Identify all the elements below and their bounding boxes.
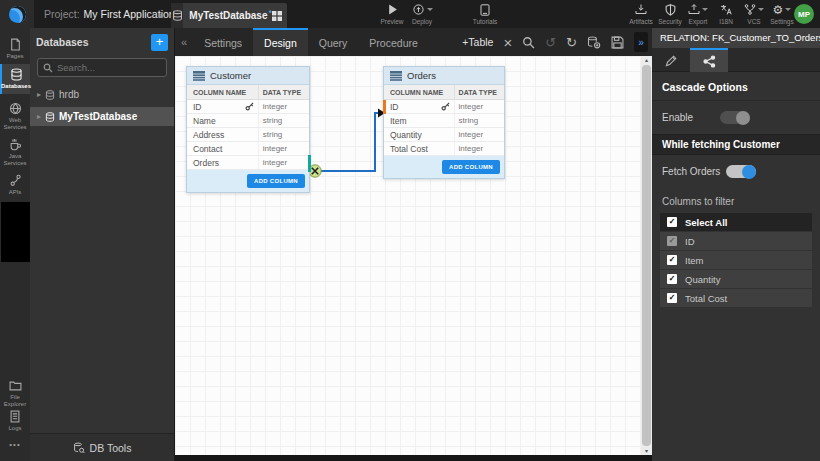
checkbox-checked-icon[interactable]: ✓ bbox=[667, 274, 677, 284]
primary-key-icon bbox=[245, 102, 254, 111]
chevron-down-icon bbox=[785, 8, 791, 11]
table-row[interactable]: Quantity integer bbox=[384, 128, 504, 142]
scroll-up-icon[interactable]: ▴ bbox=[641, 56, 652, 64]
tab-mytestdatabase[interactable]: MyTestDatabase * bbox=[171, 3, 287, 28]
table-row[interactable]: Name string bbox=[187, 114, 309, 128]
pencil-icon bbox=[665, 55, 677, 67]
add-column-button[interactable]: ADD COLUMN bbox=[442, 160, 500, 174]
panel-title: Databases bbox=[36, 36, 89, 48]
table-orders[interactable]: Orders COLUMN NAME DATA TYPE ID integer … bbox=[383, 66, 505, 179]
wavemaker-logo-icon bbox=[9, 6, 26, 23]
relation-source-marker bbox=[308, 155, 311, 172]
tab-relation[interactable] bbox=[690, 48, 728, 72]
sidebar-item-apis[interactable]: APIs bbox=[0, 170, 30, 196]
tab-edit-column[interactable] bbox=[652, 48, 690, 72]
filter-row-total-cost[interactable]: ✓ Total Cost bbox=[660, 289, 812, 307]
toggle-knob bbox=[742, 165, 756, 179]
database-icon bbox=[45, 90, 55, 100]
chevron-down-icon bbox=[702, 8, 708, 11]
table-orders-header[interactable]: Orders bbox=[384, 67, 504, 85]
relation-title: RELATION: FK_Customer_TO_Orders_O... bbox=[652, 28, 820, 48]
filter-row-id[interactable]: ✓ ID bbox=[660, 232, 812, 250]
undo-icon[interactable]: ↺ bbox=[545, 36, 556, 49]
tab-settings[interactable]: Settings bbox=[193, 28, 253, 56]
export-db-icon[interactable] bbox=[587, 36, 601, 49]
filter-row-select-all[interactable]: ✓ Select All bbox=[660, 213, 812, 231]
cascade-options-header: Cascade Options bbox=[652, 72, 820, 101]
sidebar-item-databases[interactable]: Databases bbox=[0, 64, 30, 94]
design-canvas[interactable]: Customer COLUMN NAME DATA TYPE ID intege… bbox=[175, 56, 652, 461]
filter-row-item[interactable]: ✓ Item bbox=[660, 251, 812, 269]
table-customer-header[interactable]: Customer bbox=[187, 67, 309, 85]
table-row[interactable]: Orders integer bbox=[187, 156, 309, 170]
breadcrumb: Project: My First Application bbox=[44, 0, 175, 28]
sidebar-placeholder-box bbox=[1, 202, 30, 262]
sidebar-item-file-explorer[interactable]: File Explorer bbox=[0, 376, 30, 408]
add-database-button[interactable]: + bbox=[151, 34, 168, 51]
table-row[interactable]: ID integer bbox=[384, 100, 504, 114]
vertical-scrollbar[interactable]: ▴ ▾ bbox=[641, 56, 652, 455]
chevron-down-icon bbox=[758, 8, 764, 11]
checkbox-disabled-icon: ✓ bbox=[667, 236, 677, 246]
tab-design[interactable]: Design bbox=[253, 28, 308, 56]
tree-caret-icon[interactable]: ▸ bbox=[37, 112, 41, 121]
expand-panel-button[interactable]: » bbox=[634, 32, 648, 52]
while-fetching-header: While fetching Customer bbox=[652, 134, 820, 155]
tree-caret-icon[interactable]: ▸ bbox=[37, 90, 41, 99]
sidebar-item-logs[interactable]: Logs bbox=[0, 406, 30, 432]
table-row[interactable]: ID integer bbox=[187, 100, 309, 114]
table-row[interactable]: Address string bbox=[187, 128, 309, 142]
checkbox-checked-icon[interactable]: ✓ bbox=[667, 217, 677, 227]
search-input[interactable] bbox=[57, 62, 157, 73]
column-headers: COLUMN NAME DATA TYPE bbox=[187, 85, 309, 100]
db-tools-icon bbox=[73, 442, 85, 454]
checkbox-checked-icon[interactable]: ✓ bbox=[667, 255, 677, 265]
redo-icon[interactable]: ↻ bbox=[566, 36, 577, 49]
add-column-button[interactable]: ADD COLUMN bbox=[247, 174, 305, 188]
project-label: Project: bbox=[44, 8, 80, 20]
fetch-orders-toggle[interactable] bbox=[726, 165, 756, 178]
app-logo[interactable] bbox=[0, 0, 34, 28]
sidebar-item-java-services[interactable]: Java Services bbox=[0, 134, 30, 167]
table-footer: ADD COLUMN bbox=[384, 156, 504, 178]
enable-toggle[interactable] bbox=[720, 111, 750, 124]
tab-query[interactable]: Query bbox=[308, 28, 359, 56]
db-tab-name: MyTestDatabase bbox=[189, 10, 267, 21]
table-row[interactable]: Item string bbox=[384, 114, 504, 128]
api-connector-icon bbox=[9, 174, 22, 187]
db-tools-button[interactable]: DB Tools bbox=[30, 433, 174, 461]
table-customer[interactable]: Customer COLUMN NAME DATA TYPE ID intege… bbox=[186, 66, 310, 193]
scroll-down-icon[interactable]: ▾ bbox=[641, 447, 652, 455]
tab-procedure[interactable]: Procedure bbox=[358, 28, 428, 56]
table-row[interactable]: Contact integer bbox=[187, 142, 309, 156]
gear-icon: ⚙ bbox=[773, 4, 784, 16]
designer-toolbar: « Settings Design Query Procedure +Table… bbox=[175, 28, 652, 56]
play-icon bbox=[387, 3, 398, 16]
log-file-icon bbox=[9, 410, 21, 423]
table-row[interactable]: Total Cost integer bbox=[384, 142, 504, 156]
close-icon[interactable]: × bbox=[503, 36, 512, 49]
add-table-button[interactable]: +Table bbox=[462, 36, 493, 48]
folder-icon bbox=[9, 380, 22, 392]
zoom-search-icon[interactable] bbox=[522, 36, 535, 49]
tree-item-hrdb[interactable]: ▸ hrdb bbox=[30, 85, 174, 104]
collapse-panel-button[interactable]: « bbox=[175, 36, 193, 48]
deploy-button[interactable]: Deploy bbox=[405, 3, 439, 25]
chevron-down-icon bbox=[427, 8, 433, 11]
avatar[interactable]: MP bbox=[794, 4, 814, 24]
upload-icon bbox=[688, 4, 700, 15]
sidebar-item-web-services[interactable]: Web Services bbox=[0, 98, 30, 131]
tree-item-mytestdatabase[interactable]: ▸ MyTestDatabase bbox=[30, 107, 174, 126]
sidebar-item-pages[interactable]: Pages bbox=[0, 34, 30, 60]
columns-to-filter-label: Columns to filter bbox=[652, 188, 820, 213]
more-options-button[interactable]: ••• bbox=[0, 440, 30, 449]
save-icon[interactable] bbox=[611, 36, 624, 49]
filter-row-quantity[interactable]: ✓ Quantity bbox=[660, 270, 812, 288]
scrollbar-thumb[interactable] bbox=[642, 65, 651, 446]
primary-key-icon bbox=[441, 102, 450, 111]
checkbox-checked-icon[interactable]: ✓ bbox=[667, 293, 677, 303]
preview-button[interactable]: Preview bbox=[375, 3, 409, 25]
search-box[interactable] bbox=[37, 58, 167, 77]
grid-view-icon[interactable] bbox=[272, 11, 282, 21]
tutorials-button[interactable]: Tutorials bbox=[468, 3, 502, 25]
